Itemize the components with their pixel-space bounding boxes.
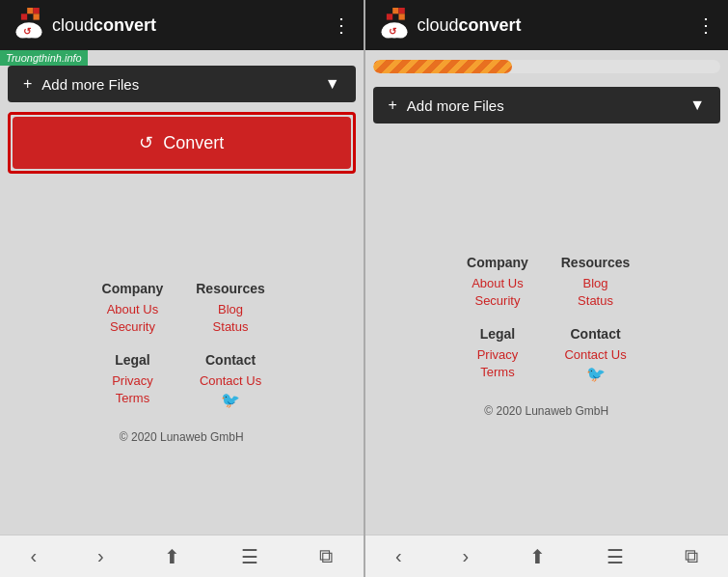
right-about-us-link[interactable]: About Us — [463, 276, 532, 290]
left-header: ↺ cloudconvert ⋮ — [0, 0, 364, 50]
left-footer-grid: Company About Us Security Resources Blog… — [98, 281, 265, 409]
right-nav-forward[interactable]: › — [462, 545, 469, 567]
right-nav-share[interactable]: ⬆ — [529, 545, 546, 568]
right-file-icon: + — [389, 96, 397, 114]
right-nav-back[interactable]: ‹ — [395, 545, 402, 567]
convert-wrapper: ↺ Convert — [8, 112, 356, 174]
right-footer: Company About Us Security Resources Blog… — [365, 127, 729, 535]
left-security-link[interactable]: Security — [98, 319, 168, 334]
right-privacy-link[interactable]: Privacy — [463, 347, 532, 362]
left-chevron-icon: ▼ — [325, 75, 340, 93]
right-blog-link[interactable]: Blog — [561, 276, 631, 290]
right-twitter-icon[interactable]: 🐦 — [586, 366, 606, 382]
left-resources-heading: Resources — [196, 281, 265, 296]
right-progress-bar-container — [373, 60, 721, 73]
right-add-files-bar[interactable]: + Add more Files ▼ — [373, 87, 721, 124]
right-status-link[interactable]: Status — [561, 293, 631, 308]
left-nav-book[interactable]: ☰ — [241, 545, 258, 568]
right-footer-company: Company About Us Security — [463, 255, 532, 311]
svg-rect-9 — [398, 8, 404, 14]
right-resources-heading: Resources — [561, 255, 631, 270]
left-about-us-link[interactable]: About Us — [98, 302, 168, 316]
right-logo: ↺ cloudconvert — [377, 8, 522, 42]
left-add-files-bar[interactable]: + Add more Files ▼ — [8, 66, 356, 102]
right-header: ↺ cloudconvert ⋮ — [365, 0, 729, 50]
svg-rect-0 — [27, 8, 33, 14]
left-logo-text: cloudconvert — [52, 15, 156, 36]
right-logo-text: cloudconvert — [418, 15, 522, 36]
right-contact-us-link[interactable]: Contact Us — [561, 347, 631, 362]
right-add-files-label: Add more Files — [407, 97, 504, 114]
left-contact-us-link[interactable]: Contact Us — [196, 373, 265, 388]
right-footer-resources: Resources Blog Status — [561, 255, 631, 311]
left-logo-icon: ↺ — [12, 8, 46, 42]
svg-text:↺: ↺ — [388, 26, 396, 37]
left-contact-heading: Contact — [196, 352, 265, 368]
watermark: Truongthinh.info — [0, 50, 88, 66]
svg-rect-2 — [21, 14, 27, 19]
left-status-link[interactable]: Status — [196, 319, 265, 334]
left-footer-company: Company About Us Security — [98, 281, 168, 337]
right-nav-book[interactable]: ☰ — [607, 545, 624, 568]
right-footer-legal: Legal Privacy Terms — [463, 326, 532, 383]
left-logo: ↺ cloudconvert — [12, 8, 156, 42]
right-security-link[interactable]: Security — [463, 293, 532, 308]
convert-label: Convert — [163, 133, 224, 153]
svg-rect-3 — [34, 14, 40, 19]
svg-rect-1 — [34, 8, 40, 14]
left-copyright: © 2020 Lunaweb GmbH — [120, 430, 244, 444]
left-twitter-icon[interactable]: 🐦 — [221, 392, 240, 408]
right-company-heading: Company — [463, 255, 532, 270]
left-blog-link[interactable]: Blog — [196, 302, 265, 316]
left-footer-contact: Contact Contact Us 🐦 — [196, 352, 265, 409]
right-footer-grid: Company About Us Security Resources Blog… — [463, 255, 630, 383]
right-nav-tabs[interactable]: ⧉ — [685, 545, 698, 567]
left-footer-resources: Resources Blog Status — [196, 281, 265, 337]
right-logo-icon: ↺ — [377, 8, 412, 42]
right-chevron-icon: ▼ — [689, 96, 705, 114]
left-panel: ↺ cloudconvert ⋮ Truongthinh.info + Add … — [0, 0, 364, 577]
left-legal-heading: Legal — [98, 352, 168, 368]
svg-rect-8 — [392, 8, 398, 14]
left-privacy-link[interactable]: Privacy — [98, 373, 168, 388]
left-bottom-nav: ‹ › ⬆ ☰ ⧉ — [0, 535, 364, 577]
left-add-files-label: Add more Files — [41, 76, 139, 93]
left-nav-tabs[interactable]: ⧉ — [319, 545, 333, 567]
left-company-heading: Company — [98, 281, 168, 296]
svg-rect-10 — [386, 14, 391, 19]
right-footer-contact: Contact Contact Us 🐦 — [561, 326, 631, 383]
left-footer: Company About Us Security Resources Blog… — [0, 179, 364, 535]
right-contact-heading: Contact — [561, 326, 631, 342]
right-progress-bar-fill — [373, 60, 512, 73]
right-terms-link[interactable]: Terms — [463, 365, 532, 379]
left-menu-button[interactable]: ⋮ — [332, 14, 352, 37]
right-legal-heading: Legal — [463, 326, 532, 342]
left-file-icon: + — [23, 75, 32, 93]
left-nav-back[interactable]: ‹ — [30, 545, 37, 567]
left-footer-legal: Legal Privacy Terms — [98, 352, 168, 409]
right-panel: ↺ cloudconvert ⋮ + Add more Files ▼ Comp… — [365, 0, 729, 577]
convert-button[interactable]: ↺ Convert — [13, 117, 351, 169]
convert-icon: ↺ — [139, 132, 153, 153]
left-nav-share[interactable]: ⬆ — [164, 545, 180, 568]
right-bottom-nav: ‹ › ⬆ ☰ ⧉ — [365, 535, 729, 577]
left-terms-link[interactable]: Terms — [98, 391, 168, 405]
svg-rect-11 — [398, 14, 404, 19]
svg-text:↺: ↺ — [23, 26, 32, 37]
left-nav-forward[interactable]: › — [97, 545, 104, 567]
right-menu-button[interactable]: ⋮ — [696, 14, 716, 37]
right-copyright: © 2020 Lunaweb GmbH — [484, 404, 608, 418]
